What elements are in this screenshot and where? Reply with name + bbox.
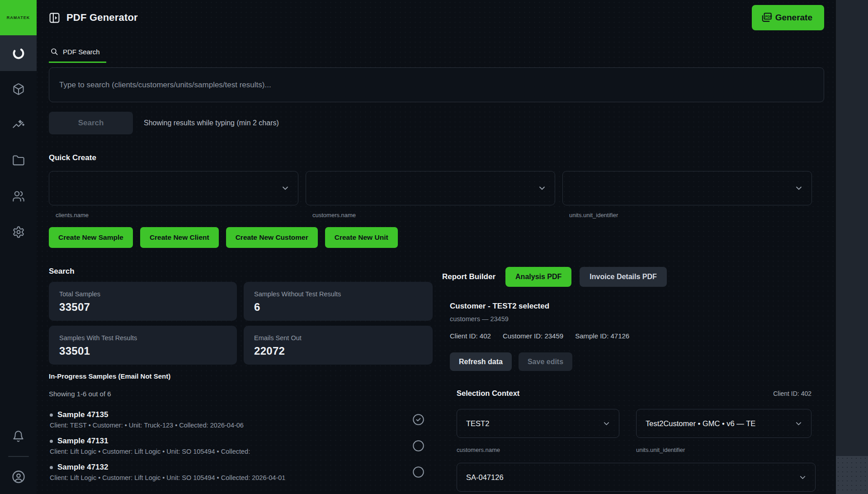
stat-label: Emails Sent Out: [254, 334, 422, 342]
clients-name-select[interactable]: [49, 171, 298, 205]
bell-icon: [12, 430, 24, 442]
search-button[interactable]: Search: [49, 112, 133, 134]
selection-client-id: Client ID: 402: [773, 390, 811, 397]
customer-selected-subtitle: customers — 23459: [450, 315, 824, 323]
check-circle-icon[interactable]: [412, 413, 425, 426]
svg-text:PDF: PDF: [765, 14, 772, 19]
sidebar-item-analytics[interactable]: [0, 107, 37, 142]
create-new-unit-button[interactable]: Create New Unit: [325, 227, 398, 248]
search-icon: [50, 48, 58, 56]
brand-logo[interactable]: RAMATEK: [0, 0, 37, 35]
users-icon: [12, 190, 25, 203]
gear-icon: [12, 226, 25, 238]
selection-context-selects: TEST2 Test2Customer • GMC • v6 — TE: [457, 409, 824, 438]
circle-icon[interactable]: [412, 440, 425, 452]
create-new-sample-button[interactable]: Create New Sample: [49, 227, 133, 248]
units-identifier-label: units.unit_identifier: [562, 212, 618, 218]
chevron-down-icon: [598, 419, 611, 428]
stat-card-emails-sent: Emails Sent Out 22072: [244, 326, 433, 365]
right-edge-panel: [836, 0, 868, 494]
tab-pdf-search[interactable]: PDF Search: [49, 48, 106, 63]
create-new-customer-button[interactable]: Create New Customer: [226, 227, 318, 248]
sample-title: Sample 47132: [57, 463, 108, 472]
stat-card-samples-without-results: Samples Without Test Results 6: [244, 282, 433, 321]
report-builder-column: Report Builder Analysis PDF Invoice Deta…: [442, 267, 824, 492]
customer-selected-title: Customer - TEST2 selected: [450, 302, 824, 311]
stat-label: Samples Without Test Results: [254, 290, 422, 298]
selection-context-block: Selection Context Client ID: 402 TEST2 T…: [442, 389, 824, 492]
create-new-client-button[interactable]: Create New Client: [140, 227, 219, 248]
sidebar-item-packages[interactable]: [0, 71, 37, 107]
units-identifier-select[interactable]: [562, 171, 812, 205]
account-button[interactable]: [0, 463, 37, 490]
folder-icon: [12, 154, 25, 167]
customers-name-select[interactable]: [306, 171, 555, 205]
sidebar-bottom: [0, 423, 37, 494]
context-unit-select[interactable]: Test2Customer • GMC • v6 — TE: [636, 409, 811, 438]
pdf-file-icon: PDF: [761, 12, 773, 24]
stat-label: Total Samples: [59, 290, 226, 298]
sample-title: Sample 47131: [57, 437, 108, 446]
tab-pdf-search-label: PDF Search: [63, 48, 100, 56]
invoice-details-pdf-button[interactable]: Invoice Details PDF: [580, 267, 667, 287]
chevron-down-icon: [790, 419, 803, 428]
circle-icon[interactable]: [412, 466, 425, 478]
ids-row: Client ID: 402 Customer ID: 23459 Sample…: [450, 332, 824, 340]
package-icon: [12, 83, 25, 95]
selection-context-labels: customers.name units.unit_identifier: [457, 446, 824, 453]
stat-value: 6: [254, 301, 422, 314]
sidebar-item-settings[interactable]: [0, 214, 37, 250]
chevron-down-icon: [533, 184, 547, 193]
analysis-pdf-button[interactable]: Analysis PDF: [505, 267, 571, 287]
report-builder-heading: Report Builder: [442, 272, 495, 281]
sidebar-item-files[interactable]: [0, 142, 37, 178]
selection-context-heading: Selection Context: [457, 389, 519, 398]
search-results-column: Search Total Samples 33507 Samples Witho…: [49, 267, 433, 492]
bullet-icon: [50, 440, 53, 443]
search-input[interactable]: [49, 67, 824, 102]
list-item[interactable]: Sample 47135 Client: TEST • Customer: • …: [49, 410, 433, 429]
builder-actions: Refresh data Save edits: [450, 352, 824, 371]
sample-details: Client: Lift Logic • Customer: Lift Logi…: [50, 474, 412, 481]
context-sample-select[interactable]: SA-047126: [457, 463, 816, 492]
stat-card-samples-with-results: Samples With Test Results 33501: [49, 326, 237, 365]
generate-button[interactable]: PDF Generate: [752, 5, 824, 30]
list-item[interactable]: Sample 47131 Client: Lift Logic • Custom…: [49, 437, 433, 455]
search-row: Search Showing results while typing (min…: [49, 112, 824, 134]
customers-name-label: customers.name: [306, 212, 562, 218]
sample-details: Client: Lift Logic • Customer: Lift Logi…: [50, 448, 412, 455]
progress-arc-icon: [12, 47, 25, 60]
panel-left-icon[interactable]: [49, 12, 60, 24]
save-edits-button[interactable]: Save edits: [519, 352, 572, 371]
refresh-data-button[interactable]: Refresh data: [450, 352, 512, 371]
trending-sparkle-icon: [12, 119, 25, 131]
stat-value: 33501: [59, 345, 226, 357]
context-customer-select-value: TEST2: [466, 419, 489, 428]
quick-create-select-labels: clients.name customers.name units.unit_i…: [49, 212, 824, 218]
stat-value: 33507: [59, 301, 226, 314]
clients-name-label: clients.name: [49, 212, 306, 218]
sidebar-item-users[interactable]: [0, 178, 37, 214]
stats-grid: Total Samples 33507 Samples Without Test…: [49, 282, 433, 365]
showing-count-text: Showing 1-6 out of 6: [49, 390, 433, 398]
sample-id-text: Sample ID: 47126: [575, 332, 629, 340]
context-customer-select[interactable]: TEST2: [457, 409, 619, 438]
context-unit-label: units.unit_identifier: [636, 446, 685, 453]
customer-id-text: Customer ID: 23459: [503, 332, 563, 340]
bullet-icon: [50, 413, 53, 417]
sample-title: Sample 47135: [57, 410, 108, 419]
app-window: RAMATEK: [0, 0, 868, 494]
header: PDF Generator PDF Generate: [49, 0, 824, 35]
stat-value: 22072: [254, 345, 422, 357]
customer-selection-block: Customer - TEST2 selected customers — 23…: [442, 302, 824, 371]
notifications-button[interactable]: [0, 423, 37, 450]
user-avatar-icon: [12, 470, 25, 484]
chevron-down-icon: [794, 473, 807, 482]
sidebar-item-pdf-generator[interactable]: [0, 35, 37, 71]
context-customer-label: customers.name: [457, 446, 636, 453]
search-hint: Showing results while typing (min 2 char…: [144, 119, 279, 127]
report-builder-header: Report Builder Analysis PDF Invoice Deta…: [442, 267, 824, 287]
stat-card-total-samples: Total Samples 33507: [49, 282, 237, 321]
sidebar-divider: [8, 456, 29, 457]
list-item[interactable]: Sample 47132 Client: Lift Logic • Custom…: [49, 463, 433, 481]
